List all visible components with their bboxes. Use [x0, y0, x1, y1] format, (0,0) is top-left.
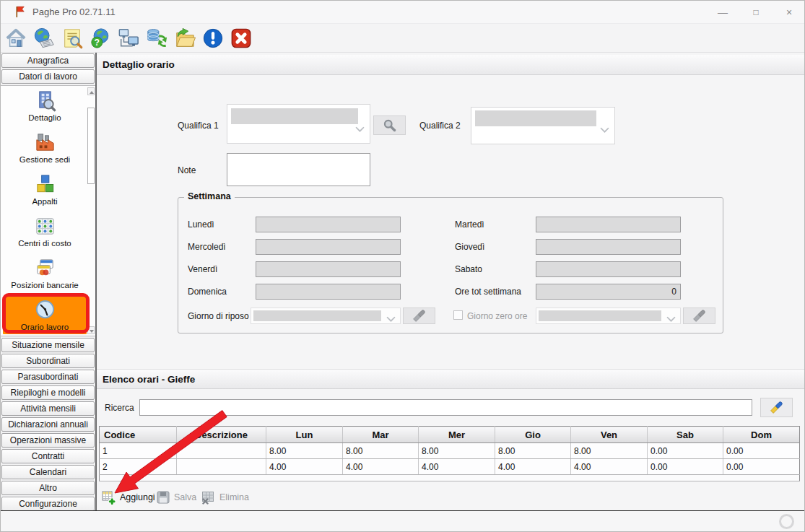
- web-news-icon[interactable]: [32, 27, 56, 50]
- document-search-icon[interactable]: [61, 27, 84, 50]
- col-ven[interactable]: Ven: [571, 427, 648, 443]
- sidebar-tab-situazione-mensile[interactable]: Situazione mensile: [1, 338, 95, 352]
- maximize-button[interactable]: □: [739, 1, 773, 23]
- sidebar-tab-calendari[interactable]: Calendari: [1, 465, 95, 479]
- qualifica1-search-button[interactable]: [373, 115, 406, 135]
- data-sync-icon[interactable]: [145, 27, 168, 50]
- cell-codice[interactable]: 2: [100, 459, 177, 475]
- mercoledi-input[interactable]: [256, 239, 401, 255]
- cell-lun[interactable]: 4.00: [266, 459, 343, 475]
- cell-mer[interactable]: 8.00: [419, 443, 495, 459]
- giorno-riposo-label: Giorno di riposo: [188, 311, 249, 321]
- sidebar-tab-riepiloghi-e-modelli[interactable]: Riepiloghi e modelli: [1, 385, 95, 400]
- sidebar-item-appalti[interactable]: Appalti: [3, 173, 87, 206]
- cubes-icon: [34, 173, 56, 196]
- sidebar-item-label: Appalti: [32, 197, 57, 206]
- sidebar-tab-dichiarazioni-annuali[interactable]: Dichiarazioni annuali: [1, 417, 95, 432]
- table-row[interactable]: 1 8.00 8.00 8.00 8.00 8.00 0.00 0.00: [100, 443, 800, 459]
- col-gio[interactable]: Gio: [495, 427, 571, 443]
- scroll-up-icon[interactable]: [87, 87, 95, 95]
- sidebar-item-dettaglio[interactable]: Dettaglio: [3, 90, 87, 122]
- cell-gio[interactable]: 8.00: [495, 443, 571, 459]
- aggiungi-button[interactable]: Aggiungi: [102, 490, 155, 505]
- giorno-zero-checkbox[interactable]: [453, 310, 463, 320]
- cell-codice[interactable]: 1: [100, 443, 177, 459]
- giorno-zero-label: Giorno zero ore: [467, 311, 527, 321]
- scroll-down-icon[interactable]: [87, 326, 95, 334]
- col-lun[interactable]: Lun: [266, 427, 343, 443]
- giorno-riposo-select[interactable]: [251, 308, 401, 324]
- cell-ven[interactable]: 4.00: [571, 459, 648, 475]
- sidebar-tab-configurazione[interactable]: Configurazione: [1, 497, 95, 511]
- factory-icon: [34, 131, 56, 154]
- close-button[interactable]: ×: [773, 1, 805, 23]
- chevron-down-icon: [386, 313, 396, 326]
- cell-ven[interactable]: 8.00: [571, 443, 648, 459]
- qualifica2-select[interactable]: [471, 107, 615, 144]
- sidebar-tab-contratti[interactable]: Contratti: [1, 449, 95, 463]
- col-sab[interactable]: Sab: [648, 427, 723, 443]
- sidebar-item-gestione-sedi[interactable]: Gestione sedi: [3, 131, 87, 164]
- scrollbar-thumb[interactable]: [87, 108, 95, 184]
- folder-open-icon[interactable]: [173, 27, 196, 50]
- cell-mar[interactable]: 8.00: [343, 443, 419, 459]
- sidebar-item-label: Orario lavoro: [21, 323, 69, 331]
- sidebar-item-centri-di-costo[interactable]: Centri di costo: [3, 215, 87, 248]
- salva-button[interactable]: Salva: [156, 490, 196, 505]
- home-icon[interactable]: [4, 27, 27, 50]
- cell-mar[interactable]: 4.00: [343, 459, 419, 475]
- window-controls: — □ ×: [706, 1, 805, 23]
- cell-descrizione[interactable]: [177, 459, 266, 475]
- exit-icon[interactable]: [230, 27, 253, 50]
- sidebar-scrollbar[interactable]: [87, 87, 95, 334]
- cell-dom[interactable]: 0.00: [723, 459, 800, 475]
- col-mer[interactable]: Mer: [419, 427, 495, 443]
- info-icon[interactable]: [201, 27, 225, 50]
- col-codice[interactable]: Codice: [100, 427, 177, 443]
- cell-sab[interactable]: 0.00: [648, 443, 723, 459]
- sidebar-item-orario-lavoro[interactable]: Orario lavoro: [3, 297, 87, 334]
- giovedi-input[interactable]: [536, 239, 681, 255]
- chevron-down-icon: [666, 313, 676, 326]
- table-row[interactable]: 2 4.00 4.00 4.00 4.00 4.00 0.00 0.00: [100, 459, 800, 475]
- lunedi-input[interactable]: [256, 217, 401, 232]
- sidebar-tab-altro[interactable]: Altro: [1, 481, 95, 495]
- col-dom[interactable]: Dom: [723, 427, 800, 443]
- note-textarea[interactable]: [227, 153, 370, 186]
- sabato-input[interactable]: [536, 261, 681, 277]
- lunedi-label: Lunedì: [188, 219, 214, 230]
- col-mar[interactable]: Mar: [343, 427, 419, 443]
- sidebar-tab-datori-di-lavoro[interactable]: Datori di lavoro: [1, 69, 95, 84]
- ricerca-clear-button[interactable]: [760, 398, 793, 417]
- cell-sab[interactable]: 0.00: [648, 459, 723, 475]
- detail-section-title: Dettaglio orario: [97, 55, 805, 75]
- sidebar-tab-anagrafica[interactable]: Anagrafica: [1, 53, 95, 68]
- venerdi-input[interactable]: [256, 261, 401, 277]
- elimina-button[interactable]: Elimina: [201, 490, 249, 505]
- web-help-icon[interactable]: ?: [89, 27, 112, 50]
- martedi-label: Martedì: [455, 219, 484, 230]
- cell-dom[interactable]: 0.00: [723, 443, 800, 459]
- sidebar-tab-parasubordinati[interactable]: Parasubordinati: [1, 370, 95, 384]
- venerdi-label: Venerdì: [188, 264, 217, 274]
- empty-row: [100, 475, 800, 481]
- sidebar-tab-attivita-mensili[interactable]: Attività mensili: [1, 401, 95, 416]
- domenica-input[interactable]: [256, 284, 401, 300]
- cell-lun[interactable]: 8.00: [266, 443, 343, 459]
- ricerca-input[interactable]: [139, 399, 752, 416]
- network-icon[interactable]: [117, 27, 140, 50]
- note-label: Note: [178, 165, 196, 175]
- cell-gio[interactable]: 4.00: [495, 459, 571, 475]
- qualifica1-select[interactable]: [227, 104, 370, 144]
- ore-tot-input[interactable]: 0: [536, 284, 681, 300]
- sidebar-item-posizioni-bancarie[interactable]: Posizioni bancarie: [3, 257, 87, 289]
- minimize-button[interactable]: —: [706, 1, 739, 23]
- cell-mer[interactable]: 4.00: [419, 459, 495, 475]
- col-descrizione[interactable]: Descrizione: [177, 427, 266, 443]
- orari-table[interactable]: Codice Descrizione Lun Mar Mer Gio Ven S…: [99, 426, 800, 481]
- sidebar-tab-subordinati[interactable]: Subordinati: [1, 354, 95, 368]
- brush-icon: [769, 400, 784, 415]
- sidebar-tab-operazioni-massive[interactable]: Operazioni massive: [1, 433, 95, 448]
- martedi-input[interactable]: [536, 217, 681, 232]
- cell-descrizione[interactable]: [177, 443, 266, 459]
